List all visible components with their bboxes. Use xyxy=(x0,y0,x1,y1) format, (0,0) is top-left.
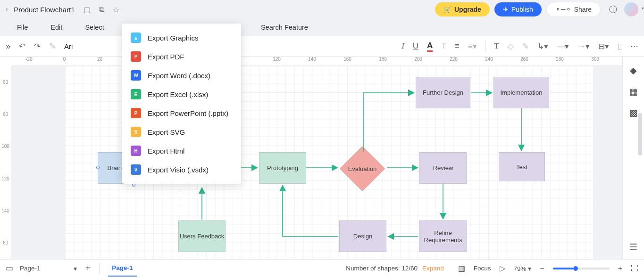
paint-bucket-icon[interactable]: ◆ xyxy=(630,65,637,76)
canvas[interactable]: Brains Prototyping Evaluation Review Fur… xyxy=(11,66,622,259)
page-tab[interactable]: Page-1 xyxy=(108,260,136,277)
line-style-icon[interactable]: —▾ xyxy=(557,41,569,51)
zoom-slider[interactable] xyxy=(553,268,610,269)
text-tool-icon[interactable]: T xyxy=(494,41,499,51)
upgrade-button[interactable]: 🛒Upgrade xyxy=(435,2,490,16)
node-further-design[interactable]: Further Design xyxy=(416,77,470,108)
menu-search-feature[interactable]: Search Feature xyxy=(261,24,308,31)
node-prototyping[interactable]: Prototyping xyxy=(259,152,306,184)
connector-style-icon[interactable]: ↳▾ xyxy=(537,41,548,51)
file-type-icon: S xyxy=(131,127,141,137)
underline-icon[interactable]: U xyxy=(413,41,418,51)
line-spacing-icon[interactable]: ≡▾ xyxy=(468,41,477,51)
pen-icon[interactable]: ✎ xyxy=(522,41,529,51)
layout-icon[interactable]: ▯ xyxy=(618,41,622,51)
align-icon[interactable]: ≡ xyxy=(455,41,460,51)
upgrade-label: Upgrade xyxy=(454,6,481,13)
share-button[interactable]: ⚬─⚬Share xyxy=(546,2,601,17)
expand-panel-icon[interactable]: » xyxy=(6,41,10,51)
node-users-feedback[interactable]: Users Feedback xyxy=(178,220,226,252)
fullscreen-icon[interactable]: ⛶ xyxy=(631,264,638,273)
node-refine[interactable]: Refine Requirements xyxy=(419,220,467,252)
play-icon[interactable]: ▷ xyxy=(500,264,505,273)
export-menu-item[interactable]: VExport Visio (.vsdx) xyxy=(122,160,241,179)
text-case-icon[interactable]: T xyxy=(441,41,446,51)
export-menu-label: Export Graphics xyxy=(148,34,199,42)
node-design-label: Design xyxy=(353,233,372,240)
node-evaluation-label: Evaluation xyxy=(346,153,378,185)
node-evaluation[interactable]: Evaluation xyxy=(346,153,378,185)
font-color-icon[interactable]: A xyxy=(427,41,433,52)
menu-edit[interactable]: Edit xyxy=(50,24,62,31)
avatar[interactable] xyxy=(624,2,638,16)
export-menu: ▲Export GraphicsPExport PDFWExport Word … xyxy=(122,24,241,184)
ruler-horizontal: -20020120140160180200220240260280300 xyxy=(11,57,622,66)
node-refine-label: Refine Requirements xyxy=(419,229,467,244)
node-design[interactable]: Design xyxy=(339,220,386,252)
file-type-icon: E xyxy=(131,89,141,99)
file-type-icon: ▲ xyxy=(131,33,141,43)
workspace: -20020120140160180200220240260280300 608… xyxy=(0,57,622,259)
share-icon: ⚬─⚬ xyxy=(555,6,571,13)
focus-label[interactable]: Focus xyxy=(474,265,491,272)
export-menu-item[interactable]: PExport PowerPoint (.pptx) xyxy=(122,104,241,122)
export-menu-label: Export SVG xyxy=(148,128,185,136)
arrow-style-icon[interactable]: →▾ xyxy=(577,41,590,51)
more-icon[interactable]: ⋯ xyxy=(630,41,638,51)
node-prototyping-label: Prototyping xyxy=(267,164,298,171)
ruler-vertical: 608010012014060 xyxy=(0,66,11,259)
export-menu-item[interactable]: PExport PDF xyxy=(122,47,241,66)
export-menu-item[interactable]: WExport Word (.docx) xyxy=(122,66,241,85)
expand-link[interactable]: Expand xyxy=(422,265,444,272)
font-name[interactable]: Ari xyxy=(64,42,73,50)
settings-panel-icon[interactable]: ▦ xyxy=(629,86,638,97)
italic-icon[interactable]: I xyxy=(401,41,404,51)
pages-icon[interactable]: ▭ xyxy=(6,263,13,273)
menu-bar: File Edit Select Hidden Hidden Symbol Se… xyxy=(0,19,644,36)
node-review[interactable]: Review xyxy=(419,152,467,184)
zoom-value[interactable]: 79% ▾ xyxy=(514,265,532,272)
format-painter-icon[interactable]: ✎ xyxy=(49,41,56,51)
file-type-icon: P xyxy=(131,51,141,62)
save-icon[interactable]: ▢ xyxy=(84,5,91,14)
add-page-button[interactable]: + xyxy=(85,263,91,274)
export-menu-item[interactable]: ▲Export Graphics xyxy=(122,28,241,47)
node-implementation-label: Implementation xyxy=(501,89,543,96)
spacing-icon[interactable]: ⊟▾ xyxy=(598,41,609,51)
send-icon: ✈ xyxy=(503,6,509,13)
undo-icon[interactable]: ↶ xyxy=(19,41,25,51)
redo-icon[interactable]: ↷ xyxy=(34,41,41,51)
list-icon[interactable]: ☰ xyxy=(629,242,637,253)
document-title: Product Flowchart1 xyxy=(14,6,75,14)
menu-select[interactable]: Select xyxy=(85,24,104,31)
export-menu-item[interactable]: SExport SVG xyxy=(122,122,241,141)
layers-icon[interactable]: ▥ xyxy=(458,264,465,273)
selection-handle[interactable] xyxy=(96,166,100,169)
export-menu-label: Export Visio (.vsdx) xyxy=(148,166,209,174)
qr-icon[interactable]: ▩ xyxy=(629,107,638,118)
selection-handle[interactable] xyxy=(132,183,135,187)
back-icon[interactable]: ‹ xyxy=(6,5,8,14)
node-users-feedback-label: Users Feedback xyxy=(180,233,225,240)
right-sidebar: ◆ ▦ ▩ ☰ xyxy=(622,57,644,259)
export-menu-item[interactable]: EExport Excel (.xlsx) xyxy=(122,85,241,104)
node-implementation[interactable]: Implementation xyxy=(493,77,549,108)
file-type-icon: V xyxy=(131,164,141,175)
node-test[interactable]: Test xyxy=(499,152,545,181)
publish-label: Publish xyxy=(511,6,533,13)
page-select[interactable]: Page-1▾ xyxy=(20,265,77,272)
zoom-out-icon[interactable]: − xyxy=(540,264,544,273)
export-menu-item[interactable]: HExport Html xyxy=(122,141,241,160)
scrollbar[interactable] xyxy=(638,113,642,155)
node-test-label: Test xyxy=(516,163,527,171)
help-button[interactable]: ⓘ xyxy=(606,3,619,16)
menu-file[interactable]: File xyxy=(17,24,28,31)
star-icon[interactable]: ☆ xyxy=(113,5,119,14)
zoom-in-icon[interactable]: + xyxy=(618,264,622,273)
fill-icon[interactable]: ◇ xyxy=(508,41,514,51)
publish-button[interactable]: ✈Publish xyxy=(494,2,542,16)
open-external-icon[interactable]: ⧉ xyxy=(99,5,104,14)
export-menu-label: Export PowerPoint (.pptx) xyxy=(148,109,228,117)
export-menu-label: Export Html xyxy=(148,147,184,155)
export-menu-label: Export Excel (.xlsx) xyxy=(148,90,208,98)
